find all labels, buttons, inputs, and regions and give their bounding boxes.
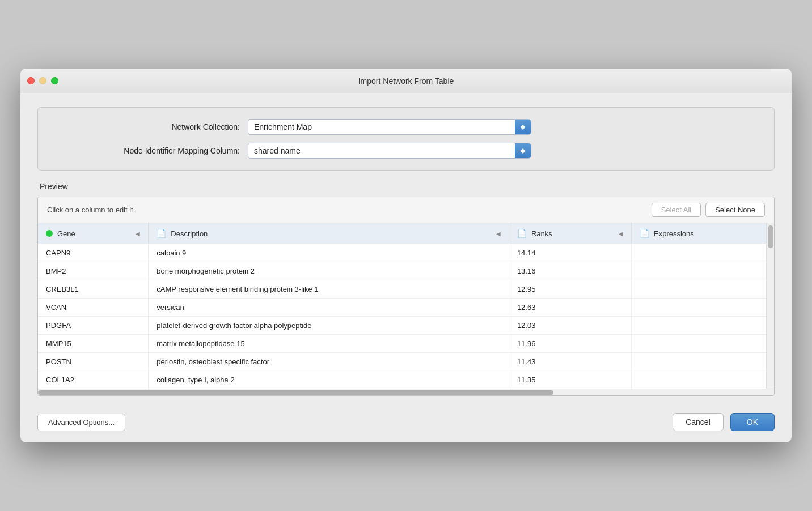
table-row: POSTN periostin, osteoblast specific fac… <box>38 353 774 371</box>
col-ranks-arrow: ◀ <box>619 231 623 237</box>
col-gene-arrow: ◀ <box>136 231 140 237</box>
scrollbar-thumb-horizontal <box>38 390 553 395</box>
table-row: MMP15 matrix metallopeptidase 15 11.96 <box>38 335 774 353</box>
cell-description: platelet-derived growth factor alpha pol… <box>149 317 509 335</box>
table-row: PDGFA platelet-derived growth factor alp… <box>38 317 774 335</box>
cell-expressions <box>632 262 774 280</box>
table-row: VCAN versican 12.63 <box>38 299 774 317</box>
node-identifier-row: Node Identifier Mapping Column: shared n… <box>55 143 757 159</box>
horizontal-scrollbar[interactable] <box>38 389 774 395</box>
titlebar: Import Network From Table <box>20 69 792 93</box>
network-collection-select[interactable]: Enrichment Map <box>248 119 531 135</box>
dialog-buttons: Cancel OK <box>673 413 775 431</box>
header-row: Gene ◀ 📄 Description ◀ <box>38 223 774 244</box>
bottom-section: Advanced Options... Cancel OK <box>37 407 775 431</box>
cell-ranks: 11.35 <box>509 371 631 389</box>
cell-description: calpain 9 <box>149 244 509 262</box>
network-collection-label: Network Collection: <box>55 122 248 131</box>
col-gene[interactable]: Gene ◀ <box>38 223 149 244</box>
cell-expressions <box>632 299 774 317</box>
preview-label: Preview <box>37 182 775 191</box>
advanced-options-button[interactable]: Advanced Options... <box>37 414 125 431</box>
cell-expressions <box>632 280 774 299</box>
arrow-down-icon <box>521 127 525 130</box>
node-identifier-label: Node Identifier Mapping Column: <box>55 146 248 155</box>
cell-description: cAMP responsive element binding protein … <box>149 280 509 299</box>
node-identifier-select[interactable]: shared name <box>248 143 531 159</box>
col-description-label: Description <box>171 229 208 238</box>
col-description-arrow: ◀ <box>496 231 501 237</box>
close-button[interactable] <box>27 77 35 84</box>
cell-ranks: 12.95 <box>509 280 631 299</box>
cell-gene: PDGFA <box>38 317 149 335</box>
select-all-button[interactable]: Select All <box>652 203 701 217</box>
cell-gene: BMP2 <box>38 262 149 280</box>
node-identifier-arrow[interactable] <box>515 143 531 159</box>
cell-ranks: 11.96 <box>509 335 631 353</box>
preview-hint: Click on a column to edit it. <box>47 206 135 214</box>
cell-ranks: 11.43 <box>509 353 631 371</box>
window-title: Import Network From Table <box>358 76 454 86</box>
arrow-up-icon <box>521 125 525 127</box>
preview-table: Gene ◀ 📄 Description ◀ <box>38 223 774 389</box>
cell-expressions <box>632 317 774 335</box>
cell-expressions <box>632 353 774 371</box>
cell-ranks: 13.16 <box>509 262 631 280</box>
table-row: BMP2 bone morphogenetic protein 2 13.16 <box>38 262 774 280</box>
content-area: Network Collection: Enrichment Map Node … <box>20 93 792 442</box>
node-identifier-value: shared name <box>248 143 515 159</box>
cell-gene: CREB3L1 <box>38 280 149 299</box>
cell-gene: POSTN <box>38 353 149 371</box>
cell-ranks: 12.03 <box>509 317 631 335</box>
network-collection-arrow[interactable] <box>515 119 531 135</box>
cell-gene: CAPN9 <box>38 244 149 262</box>
description-doc-icon: 📄 <box>157 229 166 238</box>
cell-expressions <box>632 371 774 389</box>
table-body: CAPN9 calpain 9 14.14 BMP2 bone morphoge… <box>38 244 774 389</box>
cell-gene: VCAN <box>38 299 149 317</box>
table-row: CREB3L1 cAMP responsive element binding … <box>38 280 774 299</box>
scrollbar-thumb-vertical <box>768 225 773 248</box>
arrow-up-icon2 <box>521 148 525 151</box>
col-ranks[interactable]: 📄 Ranks ◀ <box>509 223 631 244</box>
preview-buttons: Select All Select None <box>652 203 765 217</box>
col-expressions[interactable]: 📄 Expressions <box>632 223 774 244</box>
ok-button[interactable]: OK <box>730 413 775 431</box>
table-container: Gene ◀ 📄 Description ◀ <box>38 223 774 389</box>
table-row: COL1A2 collagen, type I, alpha 2 11.35 <box>38 371 774 389</box>
cell-expressions <box>632 244 774 262</box>
cell-ranks: 14.14 <box>509 244 631 262</box>
table-header: Gene ◀ 📄 Description ◀ <box>38 223 774 244</box>
gene-dot-icon <box>46 230 53 237</box>
cell-gene: MMP15 <box>38 335 149 353</box>
cell-description: matrix metallopeptidase 15 <box>149 335 509 353</box>
col-gene-label: Gene <box>57 229 75 238</box>
cell-gene: COL1A2 <box>38 371 149 389</box>
preview-container: Click on a column to edit it. Select All… <box>37 197 775 396</box>
main-window: Import Network From Table Network Collec… <box>20 69 792 442</box>
col-ranks-label: Ranks <box>531 229 552 238</box>
form-section: Network Collection: Enrichment Map Node … <box>37 107 775 171</box>
expressions-doc-icon: 📄 <box>640 229 649 238</box>
network-collection-row: Network Collection: Enrichment Map <box>55 119 757 135</box>
cell-expressions <box>632 335 774 353</box>
preview-section: Preview Click on a column to edit it. Se… <box>37 182 775 396</box>
cell-description: collagen, type I, alpha 2 <box>149 371 509 389</box>
preview-toolbar: Click on a column to edit it. Select All… <box>38 197 774 223</box>
ranks-doc-icon: 📄 <box>517 229 527 238</box>
maximize-button[interactable] <box>51 77 58 84</box>
minimize-button[interactable] <box>39 77 46 84</box>
cell-description: versican <box>149 299 509 317</box>
cancel-button[interactable]: Cancel <box>673 413 724 431</box>
arrow-down-icon2 <box>521 151 525 154</box>
network-collection-value: Enrichment Map <box>248 119 515 135</box>
cell-description: bone morphogenetic protein 2 <box>149 262 509 280</box>
select-none-button[interactable]: Select None <box>705 203 765 217</box>
traffic-lights <box>27 77 58 84</box>
col-description[interactable]: 📄 Description ◀ <box>149 223 509 244</box>
table-row: CAPN9 calpain 9 14.14 <box>38 244 774 262</box>
cell-ranks: 12.63 <box>509 299 631 317</box>
vertical-scrollbar[interactable] <box>766 223 774 389</box>
col-expressions-label: Expressions <box>654 229 694 238</box>
cell-description: periostin, osteoblast specific factor <box>149 353 509 371</box>
